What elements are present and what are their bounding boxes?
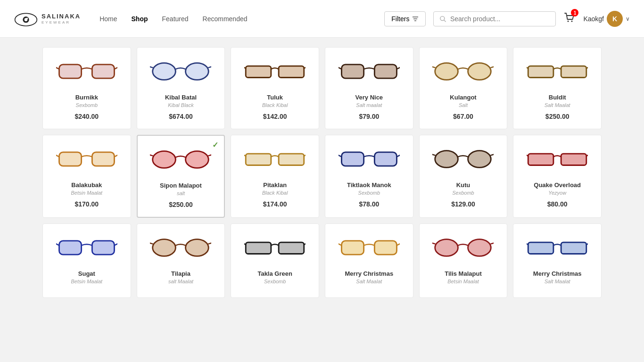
product-card[interactable]: Pitaklan Black Kibal $174.00 [231, 135, 319, 218]
product-name: Kibal Batal [165, 94, 197, 101]
logo[interactable]: SALINAKA EYEWEAR [14, 10, 81, 27]
product-name: Very Nice [355, 94, 383, 101]
svg-point-28 [468, 63, 491, 80]
product-image [331, 231, 407, 263]
filters-label: Filters [391, 15, 409, 23]
product-image [331, 55, 407, 87]
product-image [425, 231, 502, 263]
product-price: $79.00 [359, 113, 379, 120]
search-input[interactable] [450, 15, 550, 23]
header: SALINAKA EYEWEAR Home Shop Featured Reco… [0, 0, 644, 38]
nav-home[interactable]: Home [99, 15, 117, 23]
svg-rect-44 [279, 154, 304, 165]
user-area[interactable]: Kaokgf K ∨ [583, 11, 630, 27]
product-card[interactable]: Quake Overload Yezyow $80.00 [513, 135, 602, 218]
product-image [425, 143, 502, 175]
product-name: Sipon Malapot [160, 182, 202, 189]
filters-button[interactable]: Filters [384, 11, 426, 26]
product-image [519, 55, 595, 87]
svg-line-65 [150, 243, 153, 244]
svg-rect-79 [528, 242, 553, 254]
product-variant: Kibal Black [168, 102, 193, 108]
svg-line-30 [491, 66, 494, 67]
svg-point-75 [435, 239, 458, 256]
product-image [143, 143, 219, 175]
svg-line-42 [209, 155, 212, 156]
nav-featured[interactable]: Featured [162, 15, 189, 23]
svg-point-52 [468, 150, 491, 167]
svg-point-3 [26, 17, 28, 19]
svg-line-66 [209, 243, 212, 244]
cart-button[interactable]: 1 [563, 12, 576, 25]
product-name: Burnikk [75, 94, 98, 101]
product-price: $78.00 [359, 200, 379, 208]
product-price: $174.00 [263, 200, 287, 208]
product-image [519, 143, 595, 175]
product-image [143, 55, 219, 87]
svg-line-81 [527, 244, 528, 245]
product-price: $80.00 [547, 200, 568, 208]
svg-line-78 [491, 243, 494, 244]
svg-point-27 [435, 63, 458, 80]
svg-rect-48 [374, 152, 396, 165]
product-card[interactable]: Sugat Betsin Maalat [42, 223, 131, 298]
product-card[interactable]: Tilapia salt Maalat [137, 223, 225, 298]
product-name: Quake Overload [534, 181, 581, 189]
svg-point-64 [186, 239, 209, 256]
product-name: Tilapia [171, 270, 190, 277]
user-name: Kaokgf [583, 15, 604, 23]
svg-rect-47 [341, 152, 363, 165]
svg-line-69 [244, 244, 246, 245]
svg-point-15 [153, 63, 176, 80]
svg-line-82 [586, 244, 588, 245]
filter-icon [412, 16, 419, 22]
product-name: Tiktlaok Manok [347, 181, 391, 189]
product-image [143, 231, 219, 263]
product-card[interactable]: Balakubak Betsin Maalat $170.00 [42, 135, 131, 218]
product-variant: Salt Maalat [356, 279, 382, 284]
product-card[interactable]: Tilis Malaput Betsin Maalat [419, 223, 508, 298]
product-variant: Betsin Maalat [71, 279, 103, 284]
product-variant: Sexbomb [264, 279, 286, 284]
product-price: $129.00 [451, 200, 475, 208]
product-variant: Black Kibal [262, 190, 288, 196]
product-card[interactable]: ✓ Sipon Malapot salt $250.00 [137, 135, 225, 218]
svg-rect-60 [92, 240, 114, 254]
svg-rect-20 [279, 66, 304, 77]
svg-point-40 [186, 151, 209, 168]
header-right: Filters 1 Kaokgf K ∨ [384, 11, 630, 27]
svg-line-22 [304, 67, 305, 68]
product-card[interactable]: Burnikk Sexbomb $240.00 [42, 47, 131, 129]
product-variant: Salt Maalat [545, 279, 570, 284]
logo-name: SALINAKA [41, 13, 81, 20]
product-card[interactable]: Kutu Sexbomb $129.00 [419, 135, 508, 218]
svg-rect-55 [528, 154, 553, 165]
product-card[interactable]: Tuluk Black Kibal $142.00 [231, 47, 319, 129]
product-card[interactable]: Buldit Salt Maalat $250.00 [513, 47, 602, 129]
svg-rect-68 [279, 242, 304, 254]
cart-badge: 1 [571, 9, 578, 16]
product-card[interactable]: Merry Christmas Salt Maalat [513, 223, 602, 298]
product-price: $170.00 [75, 200, 99, 208]
product-variant: Salt Maalat [545, 102, 570, 108]
svg-line-41 [150, 155, 153, 156]
product-card[interactable]: Very Nice Salt maalat $79.00 [325, 47, 413, 129]
product-name: Kulangot [450, 94, 476, 101]
svg-line-18 [209, 66, 212, 67]
product-name: Pitaklan [263, 181, 287, 189]
product-card[interactable]: Takla Green Sexbomb [231, 223, 319, 298]
svg-point-9 [568, 21, 569, 22]
svg-line-45 [244, 155, 246, 156]
product-card[interactable]: Merry Christmas Salt Maalat [325, 223, 413, 298]
svg-line-8 [444, 20, 446, 22]
product-variant: salt [177, 190, 185, 196]
product-name: Merry Christmas [345, 270, 394, 277]
svg-line-33 [527, 67, 528, 68]
nav-recommended[interactable]: Recommended [203, 15, 248, 23]
product-card[interactable]: Tiktlaok Manok Sexbomb $78.00 [325, 135, 413, 218]
nav-shop[interactable]: Shop [132, 15, 148, 23]
product-price: $240.00 [75, 113, 99, 120]
product-card[interactable]: Kibal Batal Kibal Black $674.00 [137, 47, 225, 129]
product-variant: Sexbomb [76, 102, 98, 108]
product-card[interactable]: Kulangot Salt $67.00 [419, 47, 508, 129]
